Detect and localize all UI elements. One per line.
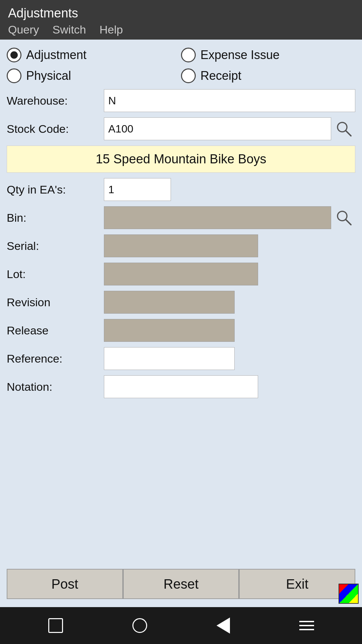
nav-menu-button[interactable] xyxy=(299,621,314,630)
release-label: Release xyxy=(7,324,104,337)
notation-input[interactable] xyxy=(104,375,258,398)
radio-row-2: Physical Receipt xyxy=(7,68,355,83)
warehouse-row: Warehouse: xyxy=(7,89,355,112)
notation-row: Notation: xyxy=(7,375,355,398)
radio-expense-issue[interactable]: Expense Issue xyxy=(181,48,355,62)
pixel-corner-icon xyxy=(339,584,359,604)
svg-line-1 xyxy=(346,130,351,136)
serial-label: Serial: xyxy=(7,239,104,253)
nav-query[interactable]: Query xyxy=(8,23,39,36)
release-row: Release xyxy=(7,319,355,342)
nav-menu: Query Switch Help xyxy=(8,23,354,36)
warehouse-label: Warehouse: xyxy=(7,94,104,107)
bin-search-icon xyxy=(336,209,352,226)
main-content: Adjustment Expense Issue Physical Receip… xyxy=(0,40,362,607)
button-row: Post Reset Exit xyxy=(7,566,355,599)
bin-label: Bin: xyxy=(7,211,104,224)
reference-row: Reference: xyxy=(7,347,355,370)
reference-input[interactable] xyxy=(104,347,235,370)
back-icon xyxy=(217,618,230,634)
notation-label: Notation: xyxy=(7,380,104,393)
radio-physical-label: Physical xyxy=(26,69,71,83)
nav-switch[interactable]: Switch xyxy=(53,23,86,36)
revision-row: Revision xyxy=(7,291,355,314)
svg-line-3 xyxy=(346,219,351,225)
serial-row: Serial: xyxy=(7,234,355,257)
menu-icon xyxy=(299,621,314,630)
lot-input[interactable] xyxy=(104,263,258,285)
release-input[interactable] xyxy=(104,319,235,342)
revision-input[interactable] xyxy=(104,291,235,314)
radio-receipt-label: Receipt xyxy=(200,69,241,83)
post-button[interactable]: Post xyxy=(7,569,123,599)
main-container: Adjustment Expense Issue Physical Receip… xyxy=(0,40,362,607)
app-title: Adjustments xyxy=(8,6,354,20)
stock-code-search-button[interactable] xyxy=(333,117,355,140)
radio-physical[interactable]: Physical xyxy=(7,68,181,83)
nav-help[interactable]: Help xyxy=(100,23,123,36)
circle-icon xyxy=(132,618,147,633)
radio-physical-circle[interactable] xyxy=(7,68,21,83)
radio-adjustment[interactable]: Adjustment xyxy=(7,48,181,62)
radio-receipt[interactable]: Receipt xyxy=(181,68,355,83)
search-icon xyxy=(336,120,352,137)
radio-expense-issue-circle[interactable] xyxy=(181,48,196,62)
nav-circle-button[interactable] xyxy=(132,618,147,633)
bin-input[interactable] xyxy=(104,206,331,229)
bottom-nav-bar xyxy=(0,607,362,644)
square-icon xyxy=(48,618,63,633)
lot-row: Lot: xyxy=(7,263,355,285)
revision-label: Revision xyxy=(7,296,104,309)
product-description-banner: 15 Speed Mountain Bike Boys xyxy=(7,146,355,173)
stock-code-row: Stock Code: xyxy=(7,117,355,140)
nav-back-button[interactable] xyxy=(217,618,230,634)
exit-button[interactable]: Exit xyxy=(239,569,355,599)
qty-input[interactable] xyxy=(104,178,171,201)
qty-row: Qty in EA's: xyxy=(7,178,355,201)
lot-label: Lot: xyxy=(7,268,104,281)
reset-button[interactable]: Reset xyxy=(123,569,239,599)
nav-square-button[interactable] xyxy=(48,618,63,633)
qty-label: Qty in EA's: xyxy=(7,183,104,196)
serial-input[interactable] xyxy=(104,234,258,257)
reference-label: Reference: xyxy=(7,352,104,365)
radio-row-1: Adjustment Expense Issue xyxy=(7,48,355,62)
stock-code-label: Stock Code: xyxy=(7,122,104,136)
radio-adjustment-circle[interactable] xyxy=(7,48,21,62)
top-bar: Adjustments Query Switch Help xyxy=(0,0,362,40)
stock-code-input[interactable] xyxy=(104,117,331,140)
bin-row: Bin: xyxy=(7,206,355,229)
radio-receipt-circle[interactable] xyxy=(181,68,196,83)
radio-adjustment-label: Adjustment xyxy=(26,48,86,62)
bin-search-button[interactable] xyxy=(333,206,355,229)
warehouse-input[interactable] xyxy=(104,89,355,112)
radio-expense-issue-label: Expense Issue xyxy=(200,48,280,62)
